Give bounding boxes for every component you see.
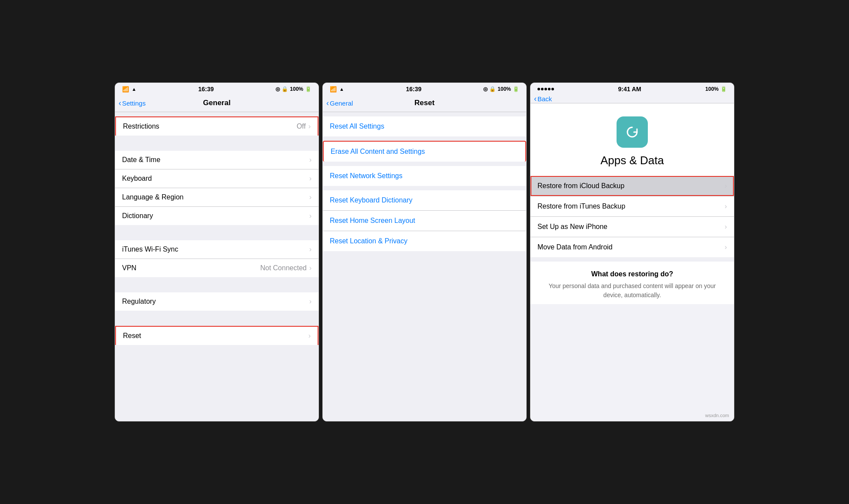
- setup-new-chevron: ›: [725, 223, 727, 231]
- status-bar-2: 📶 ▲ 16:39 ◎ 🔒 100% 🔋: [323, 83, 526, 95]
- phone-screen-1: 📶 ▲ 16:39 ◎ 🔒 100% 🔋 ‹ Settings General …: [115, 83, 319, 421]
- middle-list-1: Date & Time › Keyboard › Language & Regi…: [115, 151, 318, 225]
- regulatory-label: Regulatory: [122, 298, 156, 305]
- apps-data-title: Apps & Data: [600, 154, 664, 167]
- language-region-item[interactable]: Language & Region ›: [115, 188, 318, 207]
- vpn-value: Not Connected: [260, 264, 307, 272]
- dictionary-chevron: ›: [309, 212, 312, 220]
- nav-bar-2: ‹ General Reset: [323, 95, 526, 112]
- vpn-item[interactable]: VPN Not Connected ›: [115, 259, 318, 277]
- back-label-1: Settings: [122, 99, 146, 107]
- status-left-3: [537, 88, 554, 90]
- apps-data-icon: [617, 116, 648, 148]
- reset-keyboard-item[interactable]: Reset Keyboard Dictionary: [323, 190, 526, 211]
- restrictions-right: Off ›: [297, 123, 311, 130]
- reset-label: Reset: [123, 332, 141, 340]
- erase-all-item[interactable]: Erase All Content and Settings: [323, 141, 526, 162]
- restrictions-list: Restrictions Off ›: [115, 116, 318, 136]
- reset-home-item[interactable]: Reset Home Screen Layout: [323, 211, 526, 231]
- section-gap-reset-1: [323, 136, 526, 141]
- back-chevron-1: ‹: [119, 99, 121, 107]
- nav-title-2: Reset: [415, 99, 434, 107]
- restore-icloud-item[interactable]: Restore from iCloud Backup ›: [531, 176, 734, 196]
- dictionary-item[interactable]: Dictionary ›: [115, 207, 318, 225]
- date-time-item[interactable]: Date & Time ›: [115, 151, 318, 169]
- vpn-chevron: ›: [309, 264, 312, 272]
- date-time-chevron: ›: [309, 156, 312, 164]
- language-region-label: Language & Region: [122, 193, 183, 201]
- restore-itunes-label: Restore from iTunes Backup: [537, 202, 625, 210]
- restore-itunes-item[interactable]: Restore from iTunes Backup ›: [531, 196, 734, 217]
- regulatory-list: Regulatory ›: [115, 292, 318, 311]
- back-label-3: Back: [537, 95, 552, 103]
- section-gap-reset-2: [323, 162, 526, 166]
- restrictions-label: Restrictions: [123, 123, 159, 130]
- itunes-wifi-item[interactable]: iTunes Wi-Fi Sync ›: [115, 240, 318, 259]
- itunes-wifi-chevron: ›: [309, 245, 312, 253]
- lock-icon-1: 🔒: [282, 86, 288, 92]
- itunes-wifi-label: iTunes Wi-Fi Sync: [122, 245, 178, 253]
- reset-list: Reset ›: [115, 326, 318, 345]
- apps-data-list: Restore from iCloud Backup › Restore fro…: [531, 176, 734, 257]
- battery-2: 100%: [497, 86, 511, 92]
- battery-1: 100%: [290, 86, 303, 92]
- battery-3: 100%: [705, 86, 719, 92]
- signal-dot-2: [541, 88, 544, 90]
- bottom-fill-2: [323, 251, 526, 421]
- language-region-right: ›: [309, 193, 312, 201]
- status-left-1: 📶 ▲: [122, 86, 136, 93]
- back-button-1[interactable]: ‹ Settings: [119, 99, 146, 107]
- date-time-label: Date & Time: [122, 156, 160, 164]
- signal-icon-1: ▲: [132, 86, 136, 92]
- section-gap-top-2: [323, 112, 526, 116]
- keyboard-label: Keyboard: [122, 175, 152, 182]
- cloud-restore-icon: [623, 123, 641, 141]
- nav-title-1: General: [203, 99, 230, 107]
- vpn-label: VPN: [122, 264, 136, 272]
- battery-icon-3: 🔋: [720, 86, 727, 92]
- phone-screen-3: 9:41 AM 100% 🔋 ‹ Back Apps & Data: [530, 83, 734, 421]
- lock-icon-2: 🔒: [489, 86, 496, 92]
- move-android-item[interactable]: Move Data from Android ›: [531, 237, 734, 257]
- status-right-2: ◎ 🔒 100% 🔋: [483, 86, 519, 92]
- section-gap-4: [115, 311, 318, 326]
- back-button-3[interactable]: ‹ Back: [534, 95, 552, 103]
- battery-icon-1: 🔋: [305, 86, 312, 92]
- reset-network-list: Reset Network Settings: [323, 166, 526, 186]
- status-left-2: 📶 ▲: [330, 86, 344, 93]
- move-android-label: Move Data from Android: [537, 243, 613, 251]
- language-region-chevron: ›: [309, 193, 312, 201]
- reset-all-item[interactable]: Reset All Settings: [323, 116, 526, 136]
- time-3: 9:41 AM: [618, 86, 641, 93]
- section-gap-3: [115, 277, 318, 292]
- setup-new-item[interactable]: Set Up as New iPhone ›: [531, 217, 734, 237]
- reset-all-list: Reset All Settings: [323, 116, 526, 136]
- section-gap-2: [115, 225, 318, 240]
- restore-icloud-chevron: ›: [725, 182, 727, 190]
- status-bar-1: 📶 ▲ 16:39 ◎ 🔒 100% 🔋: [115, 83, 318, 95]
- wifi-icon-1: 📶: [122, 86, 129, 93]
- section-gap-reset-3: [323, 186, 526, 190]
- reset-more-list: Reset Keyboard Dictionary Reset Home Scr…: [323, 190, 526, 251]
- keyboard-item[interactable]: Keyboard ›: [115, 169, 318, 188]
- signal-dot-3: [544, 88, 547, 90]
- move-android-chevron: ›: [725, 243, 727, 251]
- dictionary-right: ›: [309, 212, 312, 220]
- reset-right: ›: [308, 332, 311, 340]
- reset-item[interactable]: Reset ›: [115, 326, 318, 345]
- reset-chevron: ›: [308, 332, 311, 340]
- back-button-2[interactable]: ‹ General: [326, 99, 353, 107]
- restrictions-item[interactable]: Restrictions Off ›: [115, 116, 318, 136]
- wifi-icon-2: 📶: [330, 86, 337, 93]
- signal-icon-2: ▲: [339, 86, 344, 92]
- reset-network-item[interactable]: Reset Network Settings: [323, 166, 526, 186]
- apps-data-header: Apps & Data: [531, 103, 734, 176]
- section-gap-top-1: [115, 112, 318, 116]
- dictionary-label: Dictionary: [122, 212, 153, 220]
- regulatory-item[interactable]: Regulatory ›: [115, 292, 318, 311]
- section-gap-3b: [531, 257, 734, 262]
- status-right-3: 100% 🔋: [705, 86, 727, 92]
- battery-icon-2: 🔋: [513, 86, 519, 92]
- reset-location-item[interactable]: Reset Location & Privacy: [323, 231, 526, 251]
- reset-location-label: Reset Location & Privacy: [330, 237, 408, 245]
